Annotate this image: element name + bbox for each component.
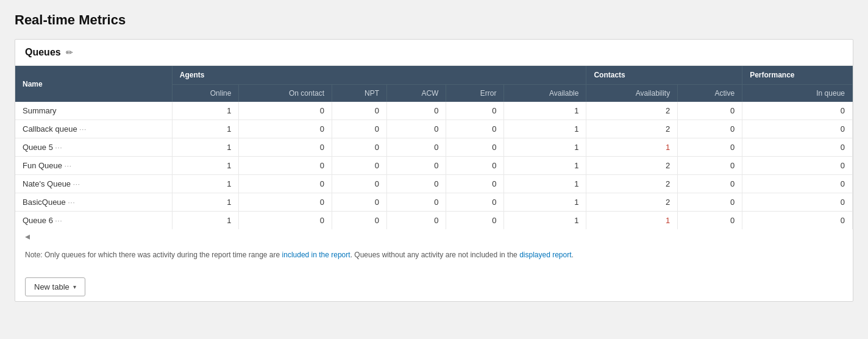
col-acw: ACW [387,85,446,102]
col-contacts-header: Contacts [586,66,742,85]
ellipsis-icon[interactable]: ··· [68,199,75,206]
ellipsis-icon[interactable]: ··· [73,180,80,188]
metrics-table: Name Agents Contacts Performance Online … [15,66,853,229]
cell-active: 0 [678,157,742,175]
col-active: Active [678,85,742,102]
note-after: . [572,251,574,259]
cell-in_queue: 0 [742,138,853,157]
cell-error: 0 [446,212,504,230]
cell-error: 0 [446,157,504,175]
cell-availability: 1 [586,138,678,157]
cell-online: 1 [172,175,239,193]
cell-available: 1 [504,193,586,212]
cell-error: 0 [446,175,504,193]
cell-in_queue: 0 [742,102,853,120]
cell-active: 0 [678,212,742,230]
cell-in_queue: 0 [742,212,853,230]
col-agents-header: Agents [172,66,586,85]
cell-on_contact: 0 [239,175,332,193]
table-row: Queue 5 ···100001100 [15,138,853,157]
cell-available: 1 [504,212,586,230]
cell-error: 0 [446,138,504,157]
cell-available: 1 [504,120,586,138]
cell-availability: 2 [586,175,678,193]
cell-acw: 0 [387,175,446,193]
cell-error: 0 [446,193,504,212]
cell-name: Queue 6 ··· [15,212,172,230]
col-in-queue: In queue [742,85,853,102]
cell-on_contact: 0 [239,120,332,138]
note-link2[interactable]: displayed report [519,251,571,259]
cell-online: 1 [172,138,239,157]
table-row: Summary100001200 [15,102,853,120]
cell-error: 0 [446,120,504,138]
col-online: Online [172,85,239,102]
cell-available: 1 [504,157,586,175]
cell-on_contact: 0 [239,157,332,175]
cell-available: 1 [504,175,586,193]
section-title: Queues [25,47,61,58]
cell-name: Nate's Queue ··· [15,175,172,193]
page-wrapper: Real-time Metrics Queues ✏ Name Agents C… [0,0,868,339]
cell-online: 1 [172,157,239,175]
group-header-row: Name Agents Contacts Performance [15,66,853,85]
col-error: Error [446,85,504,102]
col-availability: Availability [586,85,678,102]
scroll-indicator: ◂ [15,229,853,243]
row-name: Summary [23,106,57,115]
col-available: Available [504,85,586,102]
cell-name: Queue 5 ··· [15,138,172,157]
col-name-header: Name [15,66,172,102]
cell-available: 1 [504,138,586,157]
table-row: Fun Queue ···100001200 [15,157,853,175]
ellipsis-icon[interactable]: ··· [79,126,87,133]
cell-acw: 0 [387,212,446,230]
ellipsis-icon[interactable]: ··· [65,162,72,170]
note-text: Note: Only queues for which there was ac… [15,243,853,269]
cell-online: 1 [172,193,239,212]
table-row: Nate's Queue ···100001200 [15,175,853,193]
new-table-label: New table [34,282,69,291]
cell-active: 0 [678,193,742,212]
col-performance-header: Performance [742,66,853,85]
page-title: Real-time Metrics [15,12,853,28]
cell-on_contact: 0 [239,212,332,230]
cell-availability: 2 [586,102,678,120]
cell-active: 0 [678,102,742,120]
note-link1[interactable]: included in the report [282,251,350,259]
cell-acw: 0 [387,120,446,138]
cell-availability: 1 [586,212,678,230]
row-name: Callback queue [23,124,77,134]
availability-link[interactable]: 1 [666,143,670,152]
cell-in_queue: 0 [742,157,853,175]
cell-name: Summary [15,102,172,120]
cell-npt: 0 [332,102,387,120]
cell-in_queue: 0 [742,193,853,212]
table-row: BasicQueue ···100001200 [15,193,853,212]
cell-npt: 0 [332,212,387,230]
col-on-contact: On contact [239,85,332,102]
ellipsis-icon[interactable]: ··· [55,144,63,151]
cell-name: Fun Queue ··· [15,157,172,175]
cell-on_contact: 0 [239,138,332,157]
cell-acw: 0 [387,102,446,120]
cell-online: 1 [172,120,239,138]
cell-availability: 2 [586,120,678,138]
row-name: Queue 6 [23,216,53,225]
edit-icon[interactable]: ✏ [66,48,73,57]
card-header: Queues ✏ [15,40,853,66]
availability-link[interactable]: 1 [666,216,670,225]
cell-online: 1 [172,102,239,120]
row-name: Queue 5 [23,143,53,152]
cell-on_contact: 0 [239,193,332,212]
ellipsis-icon[interactable]: ··· [55,217,63,224]
cell-npt: 0 [332,193,387,212]
new-table-button[interactable]: New table ▾ [25,277,85,296]
cell-in_queue: 0 [742,120,853,138]
cell-name: Callback queue ··· [15,120,172,138]
cell-availability: 2 [586,193,678,212]
table-row: Queue 6 ···100001100 [15,212,853,230]
cell-acw: 0 [387,193,446,212]
table-body: Summary100001200Callback queue ···100001… [15,102,853,229]
row-name: Fun Queue [23,161,62,170]
